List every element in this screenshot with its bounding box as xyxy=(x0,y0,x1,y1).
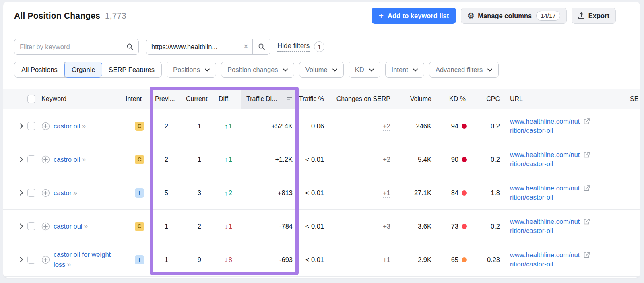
result-url-link[interactable]: www.healthline.com/nutrition/castor-oil xyxy=(510,150,580,169)
keyword-details-icon[interactable]: » xyxy=(73,189,77,197)
positions-dropdown[interactable]: Positions xyxy=(167,62,216,78)
row-checkbox[interactable] xyxy=(27,256,35,264)
keyword-link[interactable]: castor xyxy=(54,189,72,196)
chevron-down-icon xyxy=(487,68,492,72)
serp-changes-link[interactable]: +3 xyxy=(383,223,390,231)
url-filter-input[interactable]: https://www.healthlin... × xyxy=(146,39,270,55)
table-row: castro oil»C211+1.2K< 0.01+25.4K900.2www… xyxy=(3,143,640,176)
keyword-details-icon[interactable]: » xyxy=(67,260,71,269)
position-changes-dropdown[interactable]: Position changes xyxy=(221,62,294,78)
export-button[interactable]: Export xyxy=(572,8,616,24)
result-url-link[interactable]: www.healthline.com/nutrition/castor-oil xyxy=(510,117,580,135)
column-header-keyword[interactable]: Keyword xyxy=(41,95,117,103)
column-header-intent[interactable]: Intent xyxy=(117,95,144,103)
column-header-serp[interactable]: SE xyxy=(625,95,640,103)
add-keyword-icon[interactable] xyxy=(41,256,50,264)
column-header-volume[interactable]: Volume xyxy=(390,95,431,103)
tab-serp-features[interactable]: SERP Features xyxy=(102,62,161,77)
advanced-filters-dropdown[interactable]: Advanced filters xyxy=(429,62,499,78)
sort-descending-icon xyxy=(287,96,293,102)
serp-changes-link[interactable]: +2 xyxy=(383,122,390,131)
column-header-diff[interactable]: Diff. xyxy=(202,95,233,103)
cpc-value: 0.2 xyxy=(467,223,500,230)
expand-row-icon[interactable] xyxy=(18,122,25,130)
external-link-icon[interactable] xyxy=(583,218,590,225)
expand-row-icon[interactable] xyxy=(18,222,25,231)
expand-row-icon[interactable] xyxy=(18,155,25,164)
row-checkbox[interactable] xyxy=(27,222,35,230)
volume-dropdown[interactable]: Volume xyxy=(299,62,344,78)
row-checkbox[interactable] xyxy=(27,122,35,130)
external-link-icon[interactable] xyxy=(583,151,590,159)
table-row: castor oul»C121-784< 0.01+33.6K730.2www.… xyxy=(3,210,640,243)
intent-badge[interactable]: C xyxy=(135,122,144,131)
serp-changes-link[interactable]: +1 xyxy=(383,189,390,198)
external-link-icon[interactable] xyxy=(583,251,590,259)
url-search-button[interactable] xyxy=(252,39,270,54)
kd-dropdown[interactable]: KD xyxy=(349,62,380,78)
column-header-current[interactable]: Current xyxy=(172,95,202,103)
column-header-serp-changes[interactable]: Changes on SERP xyxy=(325,95,390,103)
clear-icon[interactable]: × xyxy=(241,41,252,52)
keyword-filter-input[interactable]: Filter by keyword xyxy=(14,39,139,55)
keyword-link[interactable]: castor oil for weight loss xyxy=(54,251,111,268)
expand-row-icon[interactable] xyxy=(18,188,25,197)
keyword-details-icon[interactable]: » xyxy=(84,222,88,230)
table-row: castor oil»C211+52.4K0.06+2246K940.2www.… xyxy=(3,109,640,143)
column-header-previous[interactable]: Previ... xyxy=(144,95,172,103)
keyword-link[interactable]: castro oil xyxy=(54,156,80,163)
expand-row-icon[interactable] xyxy=(18,255,25,264)
serp-changes-link[interactable]: +2 xyxy=(383,156,390,164)
diff-arrow-icon xyxy=(225,156,229,163)
tab-all-positions[interactable]: All Positions xyxy=(14,62,65,77)
keyword-details-icon[interactable]: » xyxy=(82,155,86,163)
add-keyword-icon[interactable] xyxy=(41,189,50,197)
serp-changes-link[interactable]: +1 xyxy=(383,256,390,264)
keyword-link[interactable]: castor oil xyxy=(54,122,80,130)
result-url-link[interactable]: www.healthline.com/nutrition/castor-oil xyxy=(510,250,580,269)
keyword-search-button[interactable] xyxy=(121,39,138,54)
column-header-cpc[interactable]: CPC xyxy=(467,95,500,103)
external-link-icon[interactable] xyxy=(583,184,590,192)
add-keyword-icon[interactable] xyxy=(41,155,50,164)
result-url-link[interactable]: www.healthline.com/nutrition/castor-oil xyxy=(510,184,580,202)
row-checkbox[interactable] xyxy=(27,155,35,163)
current-position-value: 2 xyxy=(172,223,202,230)
intent-dropdown[interactable]: Intent xyxy=(385,62,424,78)
url-filter-value: https://www.healthlin... xyxy=(146,43,241,51)
diff-arrow-icon xyxy=(225,189,229,196)
column-header-kd[interactable]: KD % xyxy=(431,95,467,103)
traffic-diff-value: +52.4K xyxy=(233,122,299,130)
intent-badge[interactable]: I xyxy=(135,255,144,264)
hide-filters-link[interactable]: Hide filters xyxy=(277,42,310,52)
select-all-checkbox[interactable] xyxy=(27,95,35,103)
add-keyword-icon[interactable] xyxy=(41,222,50,231)
keyword-link[interactable]: castor oul xyxy=(54,223,83,230)
intent-badge[interactable]: I xyxy=(135,188,144,198)
traffic-pct-value: < 0.01 xyxy=(299,156,325,163)
result-url-link[interactable]: www.healthline.com/nutrition/castor-oil xyxy=(510,217,580,235)
add-keyword-icon[interactable] xyxy=(41,122,50,130)
row-checkbox[interactable] xyxy=(27,189,35,197)
manage-columns-button[interactable]: ⚙ Manage columns 14/17 xyxy=(461,8,566,24)
intent-badge[interactable]: C xyxy=(135,222,144,231)
tab-organic[interactable]: Organic xyxy=(64,62,102,78)
column-header-traffic-pct[interactable]: Traffic % xyxy=(299,95,325,103)
table-row: castor oil for weight loss»I198-693< 0.0… xyxy=(3,243,640,277)
current-position-value: 1 xyxy=(172,156,202,163)
external-link-icon[interactable] xyxy=(583,118,590,125)
traffic-pct-value: < 0.01 xyxy=(299,223,325,230)
diff-arrow-icon xyxy=(225,223,229,230)
column-header-url[interactable]: URL xyxy=(500,95,625,103)
cpc-value: 0.2 xyxy=(467,122,500,130)
intent-badge[interactable]: C xyxy=(135,155,144,164)
traffic-diff-value: -784 xyxy=(233,223,299,230)
previous-position-value: 5 xyxy=(144,189,172,197)
chevron-down-icon xyxy=(413,68,418,72)
column-header-traffic-diff[interactable]: Traffic Di... xyxy=(241,89,299,109)
keyword-details-icon[interactable]: » xyxy=(82,122,86,130)
current-position-value: 3 xyxy=(172,189,202,197)
cpc-value: 0.23 xyxy=(467,256,500,264)
kd-value: 65 xyxy=(451,256,458,264)
add-to-keyword-list-button[interactable]: + Add to keyword list xyxy=(372,8,456,24)
